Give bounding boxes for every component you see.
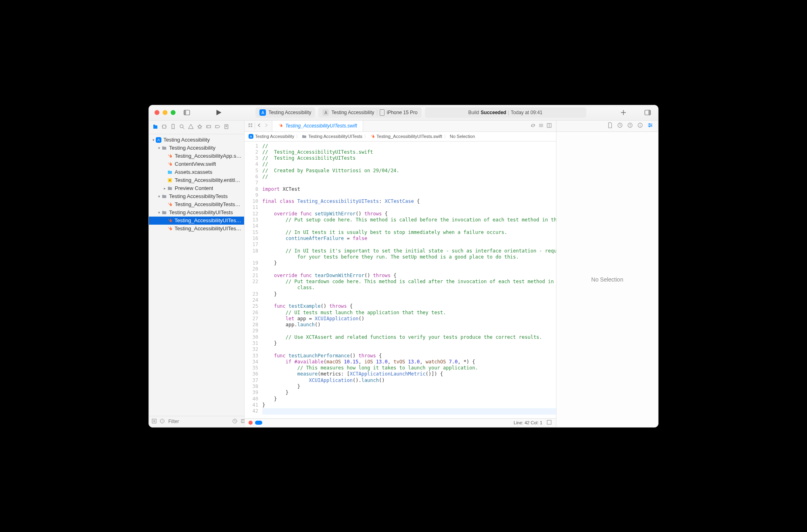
line-col-indicator: Line: 42 Col: 1 xyxy=(514,420,542,425)
tree-item[interactable]: ContentView.swift xyxy=(149,160,244,168)
svg-rect-1 xyxy=(184,110,186,115)
tab-bar: Testing_AccessibilityUITests.swift xyxy=(245,121,556,132)
swift-file-icon xyxy=(278,123,283,129)
history-inspector-icon[interactable] xyxy=(617,122,623,129)
tree-item[interactable]: ▾Testing AccessibilityUITests xyxy=(149,209,244,217)
source-editor[interactable]: 1234567891011121314151617181920212223242… xyxy=(245,142,556,418)
related-items-icon[interactable] xyxy=(248,123,253,129)
phone-icon xyxy=(380,109,385,116)
scheme-label: Testing Accessibility xyxy=(331,110,374,115)
file-tree[interactable]: ▾ATesting Accessibility▾Testing Accessib… xyxy=(149,134,244,416)
code-content[interactable]: // // Testing_AccessibilityUITests.swift… xyxy=(261,142,556,418)
svg-point-7 xyxy=(180,125,183,128)
svg-point-40 xyxy=(650,125,652,126)
navigator-panel: ▾ATesting Accessibility▾Testing Accessib… xyxy=(149,121,245,427)
svg-rect-3 xyxy=(648,110,650,115)
tree-item[interactable]: ▾Testing Accessibility xyxy=(149,144,244,152)
breadcrumb-0[interactable]: A Testing Accessibility xyxy=(249,134,294,139)
breadcrumb-3[interactable]: No Selection xyxy=(450,134,475,139)
split-editor-icon[interactable] xyxy=(546,123,552,129)
find-navigator-icon[interactable] xyxy=(178,122,186,132)
tree-item[interactable]: Testing_Accessibility.entitl… xyxy=(149,176,244,184)
status-time: Today at 09:41 xyxy=(511,110,543,115)
scheme-selector[interactable]: A Testing Accessibility xyxy=(255,107,315,118)
add-tab-icon[interactable] xyxy=(618,108,629,117)
help-inspector-icon[interactable]: ? xyxy=(627,122,633,129)
close-window[interactable] xyxy=(155,110,159,115)
adjust-editor-icon[interactable] xyxy=(538,123,544,129)
svg-point-16 xyxy=(169,179,171,181)
tree-item[interactable]: ▸Preview Content xyxy=(149,184,244,192)
debug-navigator-icon[interactable] xyxy=(205,122,213,132)
recent-filter-icon[interactable] xyxy=(232,418,238,425)
project-navigator-icon[interactable] xyxy=(151,122,159,132)
svg-rect-4 xyxy=(163,125,166,128)
svg-rect-24 xyxy=(251,125,252,127)
bookmarks-icon[interactable] xyxy=(169,122,177,132)
destination-label: iPhone 15 Pro xyxy=(387,110,418,115)
tree-item[interactable]: Testing_AccessibilityTests.… xyxy=(149,200,244,209)
editor-area: Testing_AccessibilityUITests.swift A Tes… xyxy=(245,121,556,427)
activity-status[interactable]: Build Succeeded | Today at 09:41 xyxy=(425,107,586,118)
breadcrumb-2[interactable]: Testing_AccessibilityUITests.swift xyxy=(370,134,442,139)
back-icon[interactable] xyxy=(257,123,262,129)
tree-item[interactable]: Assets.xcassets xyxy=(149,168,244,176)
svg-text:?: ? xyxy=(629,123,631,127)
svg-point-39 xyxy=(649,123,650,125)
forward-icon[interactable] xyxy=(263,123,269,129)
tree-item[interactable]: ▾Testing AccessibilityTests xyxy=(149,192,244,200)
titlebar: A Testing Accessibility A Testing Access… xyxy=(149,105,658,121)
tab-filename: Testing_AccessibilityUITests.swift xyxy=(285,123,357,129)
tree-item[interactable]: Testing_AccessibilityUITest… xyxy=(149,217,244,225)
destination-selector[interactable]: A Testing Accessibility iPhone 15 Pro xyxy=(318,107,421,118)
filter-scope-icon[interactable] xyxy=(159,418,165,425)
tree-item[interactable]: ▾ATesting Accessibility xyxy=(149,136,244,144)
run-button[interactable] xyxy=(209,109,229,116)
settings-inspector-icon[interactable] xyxy=(647,122,653,129)
attributes-inspector-icon[interactable]: i xyxy=(637,122,643,129)
xcode-window: A Testing Accessibility A Testing Access… xyxy=(148,105,659,428)
source-control-icon[interactable] xyxy=(160,122,168,132)
toggle-inspector-icon[interactable] xyxy=(642,108,653,117)
svg-rect-23 xyxy=(249,125,250,127)
svg-rect-30 xyxy=(547,420,551,424)
issue-navigator-icon[interactable] xyxy=(187,122,195,132)
inspector-selector-bar: ? i xyxy=(556,121,658,132)
no-selection-label: No Selection xyxy=(591,276,623,283)
svg-text:i: i xyxy=(640,123,641,127)
navigator-selector-bar xyxy=(149,121,244,134)
minimize-window[interactable] xyxy=(163,110,167,115)
app-icon: A xyxy=(259,109,266,116)
breakpoint-navigator-icon[interactable] xyxy=(213,122,222,132)
editor-footer: Line: 42 Col: 1 xyxy=(245,418,556,427)
add-file-icon[interactable] xyxy=(151,418,157,425)
breakpoint-toggle-icon[interactable] xyxy=(249,421,253,425)
report-navigator-icon[interactable] xyxy=(222,122,230,132)
refresh-icon[interactable] xyxy=(530,123,536,129)
file-inspector-icon[interactable] xyxy=(607,122,613,129)
svg-line-8 xyxy=(183,127,184,129)
status-left: Build xyxy=(468,110,479,115)
editor-tab[interactable]: Testing_AccessibilityUITests.swift xyxy=(272,121,363,131)
window-controls xyxy=(149,110,181,115)
toggle-navigator-icon[interactable] xyxy=(181,108,192,117)
app-icon-small: A xyxy=(322,109,329,116)
jump-bar[interactable]: A Testing Accessibility〉 Testing Accessi… xyxy=(245,132,556,142)
breadcrumb-1[interactable]: Testing AccessibilityUITests xyxy=(302,134,362,139)
inspector-panel: ? i No Selection xyxy=(556,121,658,427)
project-name: Testing Accessibility xyxy=(268,110,311,115)
minimap-toggle-icon[interactable] xyxy=(546,419,552,426)
tree-item[interactable]: Testing_AccessibilityApp.s… xyxy=(149,152,244,160)
debug-bar-icon[interactable] xyxy=(255,421,262,425)
status-result: Succeeded xyxy=(481,110,506,115)
svg-rect-21 xyxy=(249,123,250,125)
svg-point-41 xyxy=(649,126,650,127)
svg-rect-22 xyxy=(251,123,252,125)
line-gutter[interactable]: 1234567891011121314151617181920212223242… xyxy=(245,142,261,418)
tree-item[interactable]: Testing_AccessibilityUITest… xyxy=(149,225,244,233)
zoom-window[interactable] xyxy=(171,110,176,115)
filter-input[interactable] xyxy=(167,418,230,425)
test-navigator-icon[interactable] xyxy=(196,122,204,132)
inspector-empty: No Selection xyxy=(556,132,658,427)
navigator-bottom-bar xyxy=(149,416,244,427)
